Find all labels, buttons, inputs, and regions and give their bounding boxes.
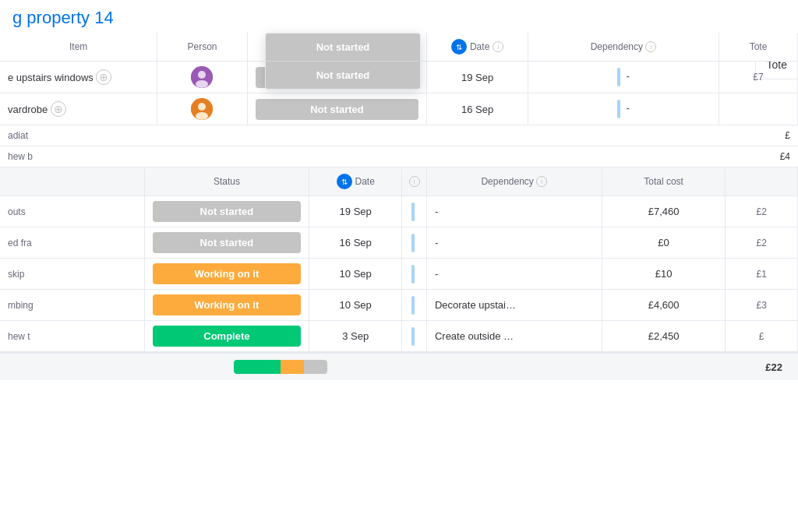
add-icon-1[interactable]: ⊕ <box>96 69 111 85</box>
row-total-2: £10 <box>602 259 726 290</box>
row-dep-0: - <box>426 196 602 227</box>
status-badge-3[interactable]: Working on it <box>153 294 302 315</box>
partial-cost-adiat: £ <box>736 130 790 141</box>
row-label-2: skip <box>0 259 144 290</box>
row-info-4 <box>402 321 427 352</box>
th-main-status: Status <box>144 167 309 196</box>
row-total-1: £0 <box>602 227 726 259</box>
th-item: Item <box>0 33 157 62</box>
th-date-top: ⇅ Date i <box>427 33 528 62</box>
row-date-3: 10 Sep <box>309 290 402 321</box>
status-dropdown: Not started Not started <box>265 33 421 90</box>
top-total-1: £7 <box>719 62 798 93</box>
dep-bar-main-3 <box>411 296 415 315</box>
partial-label-adiat: adiat <box>8 130 117 141</box>
top-date-1: 19 Sep <box>427 62 528 93</box>
dep-bar-1 <box>617 68 620 86</box>
top-section: Item Person Status ⇅ Date i <box>0 33 798 125</box>
top-item-1: e upstairs windows ⊕ <box>0 62 157 93</box>
row-total-3: £4,600 <box>602 290 726 321</box>
top-dep-1: - <box>528 62 719 93</box>
sort-icon-top[interactable]: ⇅ <box>451 39 467 55</box>
row-info-3 <box>402 290 427 321</box>
row-right-1: £2 <box>726 227 798 259</box>
progress-bar-container <box>234 360 327 374</box>
main-row-0: outsNot started19 Sep-£7,460£2 <box>0 196 798 227</box>
row-right-2: £1 <box>726 259 798 290</box>
top-person-1 <box>157 62 247 93</box>
info-icon-main[interactable]: i <box>409 176 420 187</box>
partial-row-1: adiat £ <box>0 125 798 146</box>
svg-point-4 <box>198 103 206 111</box>
top-total-2 <box>719 93 798 125</box>
main-row-2: skipWorking on it10 Sep-£10£1 <box>0 259 798 290</box>
row-status-4: Complete <box>144 321 309 352</box>
row-label-1: ed fra <box>0 227 144 259</box>
row-info-1 <box>402 227 427 259</box>
main-row-1: ed fraNot started16 Sep-£0£2 <box>0 227 798 259</box>
info-icon-dep-top[interactable]: i <box>645 41 656 52</box>
th-main-tote <box>726 167 798 196</box>
progress-orange <box>281 360 304 374</box>
top-date-2: 16 Sep <box>427 93 528 125</box>
add-icon-2[interactable]: ⊕ <box>51 101 66 117</box>
avatar-1 <box>191 66 213 88</box>
top-status-2: Not started <box>247 93 427 125</box>
main-row-3: mbingWorking on it10 SepDecorate upstai…… <box>0 290 798 321</box>
info-icon-date-top[interactable]: i <box>493 41 503 52</box>
status-badge-2[interactable]: Working on it <box>153 263 302 284</box>
row-date-0: 19 Sep <box>309 196 402 227</box>
row-status-3: Working on it <box>144 290 309 321</box>
row-date-4: 3 Sep <box>309 321 402 352</box>
top-item-2: vardrobe ⊕ <box>0 93 157 125</box>
th-main-info: i <box>402 167 427 196</box>
top-dep-2: - <box>528 93 719 125</box>
dep-bar-main-4 <box>411 327 415 346</box>
row-right-3: £3 <box>726 290 798 321</box>
row-status-0: Not started <box>144 196 309 227</box>
row-date-1: 16 Sep <box>309 227 402 259</box>
status-badge-4[interactable]: Complete <box>153 326 302 347</box>
footer-row: £22 <box>0 352 798 380</box>
dep-bar-main-2 <box>411 265 415 284</box>
th-dep-top: Dependency i <box>528 33 719 62</box>
row-info-0 <box>402 196 427 227</box>
row-right-4: £ <box>726 321 798 352</box>
info-icon-dep-main[interactable]: i <box>536 176 547 187</box>
svg-point-2 <box>196 80 208 88</box>
th-main-item <box>0 167 144 196</box>
row-total-4: £2,450 <box>602 321 726 352</box>
footer-total: £22 <box>765 361 782 373</box>
status-badge-top-2[interactable]: Not started <box>256 99 419 120</box>
status-badge-0[interactable]: Not started <box>153 201 302 222</box>
partial-label-hewb: hew b <box>8 151 117 162</box>
row-label-3: mbing <box>0 290 144 321</box>
partial-cost-hewb: £4 <box>736 151 790 162</box>
row-dep-1: - <box>426 227 602 259</box>
dropdown-not-started-2[interactable]: Not started <box>266 62 420 89</box>
row-dep-3: Decorate upstai… <box>426 290 602 321</box>
row-dep-2: - <box>426 259 602 290</box>
row-total-0: £7,460 <box>602 196 726 227</box>
progress-green <box>234 360 281 374</box>
page-wrapper: g property 14 Tote Item Person Status <box>0 0 798 532</box>
th-main-total: Total cost <box>602 167 726 196</box>
dropdown-not-started-1[interactable]: Not started <box>266 33 420 62</box>
th-main-date: ⇅ Date <box>309 167 402 196</box>
sort-icon-main[interactable]: ⇅ <box>337 174 352 189</box>
partial-row-2: hew b £4 <box>0 146 798 167</box>
row-status-2: Working on it <box>144 259 309 290</box>
th-main-dep: Dependency i <box>426 167 602 196</box>
svg-point-5 <box>196 112 208 120</box>
progress-gray <box>304 360 327 374</box>
dep-bar-main-0 <box>411 203 415 221</box>
main-table: Status ⇅ Date i Dependency i Total cost <box>0 167 798 352</box>
dep-bar-2 <box>617 100 620 118</box>
row-info-2 <box>402 259 427 290</box>
status-badge-1[interactable]: Not started <box>153 232 302 253</box>
page-title: g property 14 <box>0 0 798 33</box>
row-status-1: Not started <box>144 227 309 259</box>
row-label-0: outs <box>0 196 144 227</box>
svg-point-1 <box>198 71 206 79</box>
main-row-4: hew tComplete3 SepCreate outside …£2,450… <box>0 321 798 352</box>
